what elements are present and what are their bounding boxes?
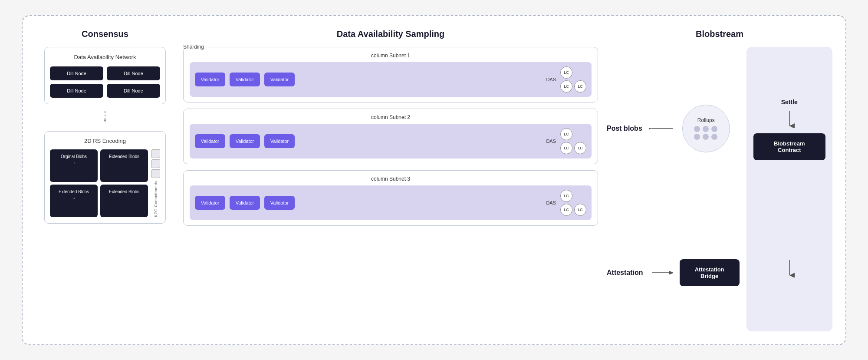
das-label-3: DAS — [546, 200, 556, 205]
settle-arrow — [783, 111, 796, 128]
rs-cell-2: Extended Blobs → — [50, 185, 98, 217]
blobstream-contract-box: Blobstream Contract — [753, 133, 825, 160]
kzg-squares — [151, 149, 160, 178]
rs-cell-1: Extended Blobs — [100, 149, 148, 182]
dill-node-1: Dill Node — [50, 66, 103, 80]
kzg-bar: KZG Commitments — [151, 149, 160, 217]
subnet-2-inner: Validator Validator Validator DAS LC LC … — [190, 124, 592, 159]
dan-box: Data Availability Network Dill Node Dill… — [44, 47, 166, 104]
post-blobs-arrow — [649, 124, 675, 133]
sharding-label: Sharding — [183, 44, 204, 50]
lc-row-3-1: LC LC — [560, 204, 586, 216]
rs-title: 2D RS Encoding — [50, 138, 160, 144]
dot-2 — [703, 126, 709, 132]
rs-box: 2D RS Encoding Orginal Blobs → Extended … — [44, 131, 166, 224]
lc-3-1-0: LC — [560, 204, 572, 216]
attestation-arrow — [650, 268, 673, 277]
rollups-dots — [694, 126, 718, 140]
validator-3-3: Validator — [264, 196, 295, 210]
dot-5 — [703, 134, 709, 140]
lc-2-1-1: LC — [574, 142, 586, 154]
validator-1-2: Validator — [230, 73, 260, 86]
kzg-label: KZG Commitments — [154, 181, 158, 217]
das-content: column Subnet 1 Validator Validator Vali… — [174, 47, 607, 226]
kzg-sq-3 — [151, 169, 160, 178]
lc-1-1-1: LC — [574, 80, 586, 92]
rs-grid: Orginal Blobs → Extended Blobs Extended … — [50, 149, 148, 217]
lc-3-1-1: LC — [574, 204, 586, 216]
blobstream-title: Blobstream — [696, 29, 743, 39]
dan-title: Data Availability Network — [50, 53, 160, 61]
das-label-1: DAS — [546, 77, 556, 82]
dot-4 — [694, 134, 700, 140]
dan-grid: Dill Node Dill Node Dill Node Dill Node — [50, 66, 160, 98]
lc-2-0-0: LC — [560, 128, 572, 140]
consensus-title: Consensus — [82, 29, 128, 39]
validator-2-1: Validator — [195, 134, 225, 148]
bridge-arrow — [783, 260, 796, 277]
subnet-1-title: column Subnet 1 — [190, 53, 592, 59]
lc-1-0-0: LC — [560, 66, 572, 79]
dot-3 — [711, 126, 717, 132]
lc-1-1-0: LC — [560, 80, 572, 92]
validator-2-2: Validator — [230, 134, 260, 148]
subnet-2: column Subnet 2 Validator Validator Vali… — [183, 109, 598, 164]
lc-row-2-1: LC LC — [560, 142, 586, 154]
dill-node-3: Dill Node — [50, 84, 103, 98]
dot-1 — [694, 126, 700, 132]
validator-3-2: Validator — [230, 196, 260, 210]
subnet-2-title: column Subnet 2 — [190, 114, 592, 120]
dill-node-2: Dill Node — [107, 66, 160, 80]
lc-row-2-0: LC — [560, 128, 586, 140]
lc-3-0-0: LC — [560, 190, 572, 202]
rollups-label: Rollups — [697, 117, 715, 123]
lc-row-1-1: LC LC — [560, 80, 586, 92]
blobstream-right-col: Settle Blobstream Contract — [746, 47, 832, 331]
das-section: Data Availability Sampling Sharding colu… — [174, 29, 607, 331]
subnet-3-inner: Validator Validator Validator DAS LC LC … — [190, 185, 592, 220]
subnet-3: column Subnet 3 Validator Validator Vali… — [183, 170, 598, 226]
validator-1-1: Validator — [195, 73, 225, 86]
das-title: Data Availability Sampling — [337, 29, 445, 39]
lc-circles-3: LC LC LC — [560, 190, 586, 216]
rs-content: Orginal Blobs → Extended Blobs Extended … — [50, 149, 160, 217]
attestation-bridge-box: Attestation Bridge — [680, 259, 740, 286]
lc-circles-1: LC LC LC — [560, 66, 586, 92]
dashed-arrow — [44, 111, 166, 124]
settle-area: Settle Blobstream Contract — [753, 99, 825, 160]
subnet-1: column Subnet 1 Validator Validator Vali… — [183, 47, 598, 102]
lc-2-1-0: LC — [560, 142, 572, 154]
validator-1-3: Validator — [264, 73, 295, 86]
post-blobs-label: Post blobs — [607, 125, 642, 132]
post-blobs-row: Post blobs — [607, 105, 740, 152]
lc-row-3-0: LC — [560, 190, 586, 202]
subnet-3-title: column Subnet 3 — [190, 176, 592, 182]
blobstream-left: Post blobs — [607, 47, 740, 331]
subnet-1-inner: Validator Validator Validator DAS LC LC … — [190, 62, 592, 97]
dill-node-4: Dill Node — [107, 84, 160, 98]
blobstream-section: Blobstream Post blobs — [607, 29, 832, 331]
rollups-circle: Rollups — [682, 105, 730, 152]
validator-2-3: Validator — [264, 134, 295, 148]
bridge-to-contract-arrow — [783, 260, 796, 279]
main-diagram: Consensus Data Availability Network Dill… — [22, 15, 846, 345]
attestation-bridge-label: Attestation Bridge — [695, 266, 724, 279]
consensus-inner: Data Availability Network Dill Node Dill… — [44, 47, 166, 224]
attestation-label: Attestation — [607, 269, 643, 277]
lc-row-1-0: LC — [560, 66, 586, 79]
settle-label: Settle — [781, 99, 798, 106]
validator-3-1: Validator — [195, 196, 225, 210]
kzg-sq-2 — [151, 159, 160, 168]
attestation-row: Attestation Attestation Bridge — [607, 259, 740, 286]
rs-cell-0: Orginal Blobs → — [50, 149, 98, 182]
dot-6 — [711, 134, 717, 140]
blobstream-layout: Post blobs — [607, 47, 832, 331]
rs-cell-3: Extended Blobs — [100, 185, 148, 217]
das-label-2: DAS — [546, 139, 556, 144]
kzg-sq-1 — [151, 149, 160, 158]
consensus-section: Consensus Data Availability Network Dill… — [36, 29, 174, 331]
lc-circles-2: LC LC LC — [560, 128, 586, 154]
blobstream-contract-label: Blobstream Contract — [774, 140, 805, 153]
